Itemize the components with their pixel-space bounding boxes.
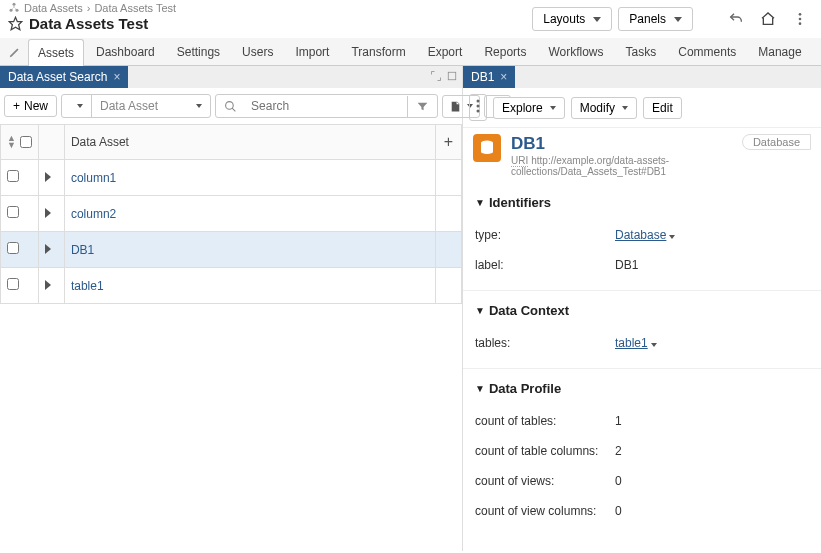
property-row: count of views:0	[475, 466, 809, 496]
search-input[interactable]	[245, 95, 407, 117]
svg-point-13	[477, 110, 480, 113]
property-row: tables:table1	[475, 328, 809, 358]
section-data-context[interactable]: ▼Data Context	[475, 303, 809, 318]
edit-button[interactable]: Edit	[643, 97, 682, 119]
property-value: 0	[615, 474, 622, 488]
property-value: 1	[615, 414, 622, 428]
menu-item-settings[interactable]: Settings	[167, 38, 230, 65]
undo-icon[interactable]	[723, 6, 749, 32]
add-column-icon[interactable]: +	[444, 133, 453, 151]
breadcrumb-root[interactable]: Data Assets	[24, 2, 83, 14]
property-row: count of tables:1	[475, 406, 809, 436]
select-all-checkbox[interactable]	[20, 136, 32, 148]
menu-item-users[interactable]: Users	[232, 38, 283, 65]
folder-icon[interactable]	[62, 95, 92, 117]
cluster-icon	[8, 2, 20, 14]
svg-point-6	[799, 22, 802, 25]
menu-item-manage[interactable]: Manage	[748, 38, 811, 65]
breadcrumb-current[interactable]: Data Assets Test	[94, 2, 176, 14]
svg-point-8	[226, 101, 234, 109]
property-value: 0	[615, 504, 622, 518]
menu-item-export[interactable]: Export	[418, 38, 473, 65]
explore-button[interactable]: Explore	[493, 97, 565, 119]
svg-point-12	[477, 105, 480, 108]
expand-icon[interactable]	[430, 70, 442, 85]
svg-rect-7	[448, 72, 456, 80]
breadcrumb: Data Assets › Data Assets Test	[8, 2, 532, 14]
property-key: tables:	[475, 336, 615, 350]
panels-button[interactable]: Panels	[618, 7, 693, 31]
table-row[interactable]: column1	[1, 160, 462, 196]
property-key: type:	[475, 228, 615, 242]
menu-item-workflows[interactable]: Workflows	[538, 38, 613, 65]
row-checkbox[interactable]	[7, 242, 19, 254]
menu-item-reports[interactable]: Reports	[474, 38, 536, 65]
expand-icon[interactable]	[45, 280, 51, 290]
menu-bar: AssetsDashboardSettingsUsersImportTransf…	[0, 38, 821, 66]
menu-item-tasks[interactable]: Tasks	[616, 38, 667, 65]
table-row[interactable]: table1	[1, 268, 462, 304]
row-checkbox[interactable]	[7, 206, 19, 218]
menu-item-transform[interactable]: Transform	[341, 38, 415, 65]
search-icon	[216, 96, 245, 117]
section-data-profile[interactable]: ▼Data Profile	[475, 381, 809, 396]
kebab-icon[interactable]	[787, 6, 813, 32]
close-icon[interactable]: ×	[113, 70, 120, 84]
property-value: 2	[615, 444, 622, 458]
property-key: label:	[475, 258, 615, 272]
tab-db1[interactable]: DB1 ×	[463, 66, 515, 88]
kebab-icon[interactable]	[469, 94, 487, 121]
table-row[interactable]: DB1	[1, 232, 462, 268]
property-value[interactable]: table1	[615, 336, 657, 350]
database-icon	[473, 134, 501, 162]
filter-icon[interactable]	[407, 96, 437, 117]
property-key: count of table columns:	[475, 444, 615, 458]
property-row: label:DB1	[475, 250, 809, 280]
new-button[interactable]: + New	[4, 95, 57, 117]
star-icon[interactable]	[8, 16, 23, 31]
property-row: count of table columns:2	[475, 436, 809, 466]
menu-item-comments[interactable]: Comments	[668, 38, 746, 65]
property-key: count of tables:	[475, 414, 615, 428]
property-row: count of view columns:0	[475, 496, 809, 526]
layouts-button[interactable]: Layouts	[532, 7, 612, 31]
row-label: column2	[65, 197, 435, 231]
property-row: type:Database	[475, 220, 809, 250]
svg-point-11	[477, 100, 480, 103]
asset-table: ▲▼ Data Asset + column1 column2 DB1 tabl…	[0, 124, 462, 304]
detail-uri: URIhttp://example.org/data-assets-collec…	[511, 155, 732, 177]
svg-marker-3	[9, 17, 22, 30]
expand-icon[interactable]	[45, 244, 51, 254]
tab-data-asset-search[interactable]: Data Asset Search ×	[0, 66, 128, 88]
svg-point-4	[799, 13, 802, 16]
row-label: table1	[65, 269, 435, 303]
detail-title: DB1	[511, 134, 732, 154]
page-title: Data Assets Test	[29, 15, 148, 32]
close-icon[interactable]: ×	[500, 70, 507, 84]
svg-point-0	[13, 3, 16, 6]
modify-button[interactable]: Modify	[571, 97, 637, 119]
property-value[interactable]: Database	[615, 228, 675, 242]
menu-item-dashboard[interactable]: Dashboard	[86, 38, 165, 65]
row-label: DB1	[65, 233, 435, 267]
table-row[interactable]: column2	[1, 196, 462, 232]
type-badge: Database	[742, 134, 811, 150]
pencil-icon[interactable]	[8, 45, 22, 59]
menu-item-assets[interactable]: Assets	[28, 39, 84, 66]
home-icon[interactable]	[755, 6, 781, 32]
svg-point-5	[799, 18, 802, 21]
menu-item-import[interactable]: Import	[285, 38, 339, 65]
section-identifiers[interactable]: ▼Identifiers	[475, 195, 809, 210]
column-header-data-asset[interactable]: Data Asset	[65, 127, 435, 157]
expand-icon[interactable]	[45, 172, 51, 182]
collapse-icon[interactable]	[446, 70, 458, 85]
property-key: count of view columns:	[475, 504, 615, 518]
row-checkbox[interactable]	[7, 278, 19, 290]
property-key: count of views:	[475, 474, 615, 488]
row-checkbox[interactable]	[7, 170, 19, 182]
asset-type-select[interactable]: Data Asset	[92, 95, 210, 117]
sort-arrows-icon[interactable]: ▲▼	[7, 135, 16, 149]
expand-icon[interactable]	[45, 208, 51, 218]
row-label: column1	[65, 161, 435, 195]
property-value: DB1	[615, 258, 638, 272]
